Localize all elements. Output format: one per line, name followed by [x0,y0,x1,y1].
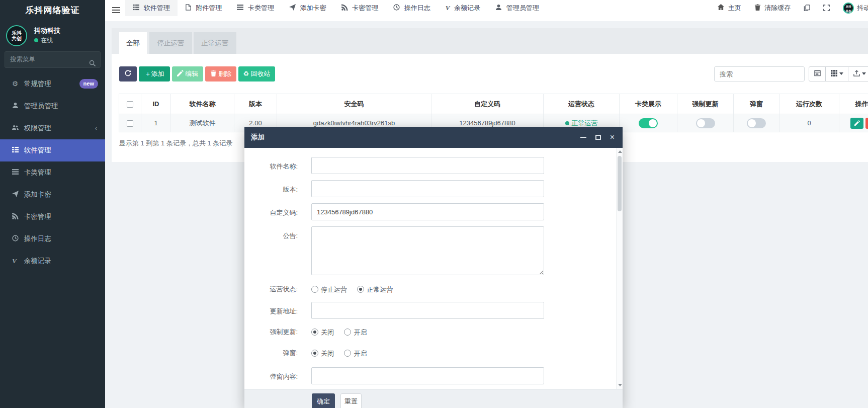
balance-v-icon: V [446,4,450,12]
recycle-bin-button[interactable]: ♻ 回收站 [238,66,275,81]
radio-stop[interactable]: 停止运营 [311,286,347,293]
row-checkbox[interactable] [127,120,133,127]
delete-button[interactable]: 删除 [205,66,236,81]
radio-checked-icon[interactable] [311,329,318,336]
sidebar-item-operation-log[interactable]: 操作日志 [0,228,105,250]
tab-stopped[interactable]: 停止运营 [149,32,192,54]
col-popup: 弹窗 [734,94,779,114]
row-delete-button[interactable] [865,118,868,129]
sidebar-item-permissions[interactable]: 权限管理 ‹ [0,117,105,139]
sidebar-item-card-keys[interactable]: 卡密管理 [0,206,105,228]
popup-content-input[interactable] [311,367,544,384]
notice-textarea[interactable] [311,226,544,275]
send-icon [12,184,22,206]
radio-icon[interactable] [311,286,318,293]
force-update-toggle[interactable] [696,118,715,128]
dialog-footer: 确定 重置 [244,389,623,408]
maximize-icon[interactable] [595,135,601,140]
gears-icon: ⚙ [12,73,22,95]
nav-tab-admins[interactable]: 管理员管理 [488,0,547,16]
history-icon [393,4,400,12]
minimize-icon[interactable] [580,137,586,138]
hamburger-icon[interactable] [112,7,120,13]
nav-tab-attachments[interactable]: 附件管理 [178,0,230,16]
dialog-body: 软件名称: 版本: 自定义码: 公告: 运营状态: 停止运营 正常运营 [244,148,623,389]
confirm-button[interactable]: 确定 [312,393,335,408]
radio-force-on[interactable]: 开启 [344,329,367,336]
nav-tab-balance-log[interactable]: V 余额记录 [438,0,488,16]
detail-view-button[interactable] [809,66,826,81]
table-search-input[interactable] [714,66,805,81]
close-icon[interactable]: × [610,133,615,141]
dialog-scrollbar[interactable] [616,148,623,389]
status-dot-icon [565,121,569,125]
send-icon [289,4,296,12]
delete-label: 删除 [218,70,231,77]
nav-tab-operation-log[interactable]: 操作日志 [386,0,438,16]
radio-normal[interactable]: 正常运营 [357,286,393,293]
select-all-checkbox[interactable] [127,101,133,108]
popup-toggle[interactable] [747,118,766,128]
clear-cache-button[interactable]: 清除缓存 [754,4,791,13]
navbar-user-name[interactable]: 抖动科技 [857,4,868,13]
columns-button[interactable] [825,66,848,81]
radio-checked-icon[interactable] [311,350,318,357]
nav-tab-card-keys[interactable]: 卡密管理 [334,0,386,16]
card-display-toggle[interactable] [639,118,658,128]
tab-all[interactable]: 全部 [119,32,147,54]
user-avatar[interactable]: 乐抖共创 [843,3,854,14]
radio-label: 关闭 [321,350,334,357]
export-button[interactable] [848,66,868,81]
custom-code-input[interactable] [311,203,544,220]
scroll-down-icon[interactable] [618,384,622,386]
sidebar-item-label: 卡密管理 [24,213,51,220]
nav-tab-card-types[interactable]: 卡类管理 [229,0,282,16]
dialog-header[interactable]: 添加 × [244,127,623,148]
refresh-button[interactable] [119,66,137,81]
radio-checked-icon[interactable] [357,286,364,293]
fullscreen-icon[interactable] [823,5,830,12]
reset-button[interactable]: 重置 [340,393,362,408]
sidebar-item-admins[interactable]: 管理员管理 [0,95,105,117]
version-input[interactable] [311,180,544,197]
nav-tab-software[interactable]: 软件管理 [125,0,178,16]
file-icon [185,4,192,12]
add-label: 添加 [151,70,164,77]
row-edit-button[interactable] [850,118,863,129]
tab-normal[interactable]: 正常运营 [194,32,236,54]
home-label: 主页 [728,4,741,12]
select-all-cell [119,94,141,114]
radio-popup-off[interactable]: 关闭 [311,350,334,357]
edit-button[interactable]: 编辑 [172,66,203,81]
search-icon[interactable] [89,56,96,72]
sidebar-item-label: 余额记录 [24,257,51,265]
online-label: 在线 [41,37,53,44]
radio-icon[interactable] [344,350,351,357]
radio-popup-on[interactable]: 开启 [344,350,367,357]
nav-tab-add-card-keys[interactable]: 添加卡密 [282,0,334,16]
sidebar-item-add-card-keys[interactable]: 添加卡密 [0,184,105,206]
sidebar-item-card-types[interactable]: 卡类管理 [0,161,105,184]
update-url-input[interactable] [311,302,544,319]
user-panel: 乐抖 共创 抖动科技 在线 [5,24,101,49]
radio-icon[interactable] [344,329,351,336]
col-security-code: 安全码 [277,94,431,114]
nav-tab-label: 附件管理 [196,4,222,12]
scroll-up-icon[interactable] [618,150,622,153]
radio-force-off[interactable]: 关闭 [311,329,334,336]
name-input[interactable] [311,157,544,174]
cell-name: 测试软件 [171,114,234,132]
trash-icon [754,4,761,12]
add-button[interactable]: ＋添加 [139,66,170,81]
form-row-popup: 弹窗: 关闭 开启 [244,347,617,359]
copy-page-icon[interactable] [804,5,810,12]
sidebar: 乐抖网络验证 乐抖 共创 抖动科技 在线 搜索菜单 ⚙ 常规管理 new [0,0,105,408]
list-icon [237,4,243,12]
tab-label: 全部 [126,39,140,47]
home-button[interactable]: 主页 [718,4,741,13]
scroll-thumb[interactable] [618,156,622,211]
sidebar-item-general[interactable]: ⚙ 常规管理 new [0,73,105,95]
sidebar-item-software[interactable]: 软件管理 [0,139,105,161]
sidebar-search-input[interactable]: 搜索菜单 [5,51,101,68]
sidebar-item-balance-log[interactable]: V 余额记录 [0,250,105,272]
